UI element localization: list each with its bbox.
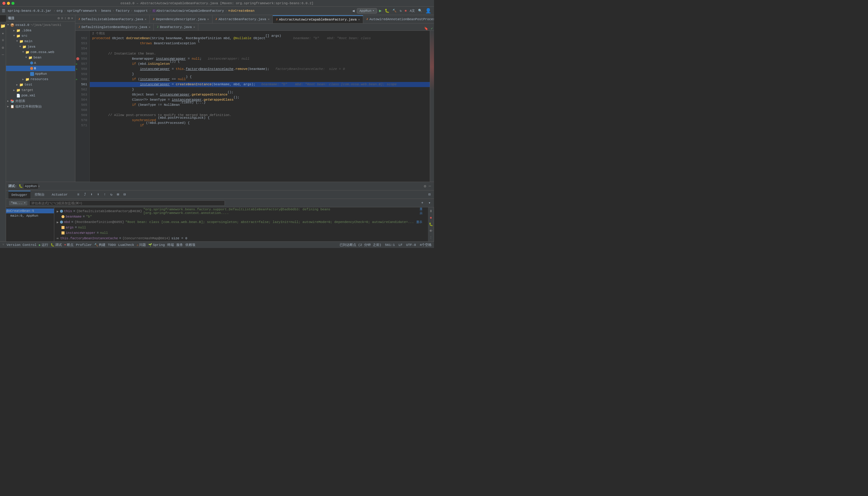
tree-item-A[interactable]: A bbox=[6, 60, 75, 66]
watch-input[interactable] bbox=[29, 200, 224, 206]
tab-close-dependency[interactable]: ✕ bbox=[207, 17, 209, 21]
tab2-close-defaultsingleton[interactable]: ✕ bbox=[149, 25, 150, 29]
var-expand-this[interactable]: ▶ bbox=[57, 210, 59, 213]
tree-item-src[interactable]: ▼ 📁 src bbox=[6, 33, 75, 38]
var-show-this[interactable]: 显示 bbox=[420, 207, 425, 215]
debug-run-icon[interactable]: 🐛 bbox=[384, 9, 390, 13]
code-line-558[interactable]: instanceWrapper = this.factoryBeanInstan… bbox=[90, 66, 430, 72]
status-luacheck[interactable]: LuaCheck bbox=[118, 243, 134, 247]
stop-icon[interactable]: ■ bbox=[404, 9, 408, 13]
editor-scroll-strip[interactable] bbox=[430, 31, 434, 182]
build-icon[interactable]: 🔨 bbox=[391, 9, 398, 13]
code-line-564[interactable]: Class<?> beanType = instanceWrapper.getW… bbox=[90, 97, 430, 103]
debug-step-up-icon[interactable]: ⬆ bbox=[95, 192, 101, 197]
code-line-553[interactable]: throws BeanCreationException { bbox=[90, 41, 430, 46]
tree-root[interactable]: ▼ 📦 ossa3.0 ~/java/java/secki bbox=[6, 22, 75, 28]
debug-apprun-close[interactable]: ✕ bbox=[38, 184, 40, 188]
debug-tab-console[interactable]: 控制台 bbox=[32, 191, 48, 199]
tree-item-external[interactable]: ▶ 📚 外部库 bbox=[6, 98, 75, 104]
status-todo[interactable]: TODO bbox=[108, 243, 116, 247]
reload-icon[interactable]: ↻ bbox=[399, 9, 403, 13]
tab-close-abstractbean[interactable]: ✕ bbox=[268, 17, 269, 21]
sidebar-config-icon[interactable]: ⚙ bbox=[58, 16, 60, 20]
var-row-this[interactable]: ▶ this = {DefaultListableBeanFactory@463… bbox=[57, 208, 425, 214]
tree-item-com[interactable]: ▼ 📁 com.ossa.web bbox=[6, 49, 75, 55]
tab2-defaultsingleton[interactable]: J DefaultSingletonBeanRegistry.java ✕ bbox=[75, 24, 154, 30]
tab-dependency[interactable]: J DependencyDescriptor.java ✕ bbox=[150, 15, 212, 23]
code-line-555[interactable]: // Instantiate the bean. bbox=[90, 51, 430, 56]
tab-close-defaultlistable[interactable]: ✕ bbox=[145, 17, 146, 21]
breadcrumb-springframework[interactable]: springframework bbox=[67, 9, 97, 13]
status-lf[interactable]: LF bbox=[399, 243, 402, 247]
tab-abstractautowire[interactable]: J AbstractAutowireCapableBeanFactory.jav… bbox=[273, 15, 363, 23]
debug-step-down-icon[interactable]: ⬇ bbox=[89, 192, 94, 197]
status-spring[interactable]: 🌱 Spring bbox=[148, 243, 165, 247]
code-line-559[interactable]: } bbox=[90, 72, 430, 77]
var-row-args[interactable]: args = null bbox=[57, 225, 425, 230]
apprun-button[interactable]: AppRun ▾ bbox=[357, 8, 377, 14]
tab2-beanfactory[interactable]: J BeanFactory.java ✕ bbox=[154, 24, 198, 30]
code-line-570[interactable]: synchronized (mbd.postProcessingLock) { bbox=[90, 118, 430, 123]
watch-add-icon[interactable]: + bbox=[420, 200, 425, 206]
collapse-icon[interactable]: — bbox=[0, 52, 6, 58]
checkmark-icon[interactable]: ✓ bbox=[430, 27, 434, 30]
breadcrumb-support[interactable]: support bbox=[134, 9, 148, 13]
tree-item-resources[interactable]: ▶ 📁 resources bbox=[6, 77, 75, 82]
bookmark-icon[interactable]: ★ bbox=[0, 30, 6, 36]
code-line-552[interactable]: protected Object doCreateBean(String bea… bbox=[90, 36, 430, 41]
tree-item-target[interactable]: ▶ 📁 target bbox=[6, 88, 75, 93]
breadcrumb-beans[interactable]: beans bbox=[101, 9, 111, 13]
sidebar-settings-icon2[interactable]: ⚙ bbox=[68, 16, 70, 20]
debug-table-icon[interactable]: ⊞ bbox=[115, 192, 121, 197]
var-row-instanceWrapper[interactable]: instanceWrapper = null bbox=[57, 230, 425, 236]
tree-item-java[interactable]: ▼ 📁 java bbox=[6, 44, 75, 49]
breadcrumb-factory[interactable]: factory bbox=[116, 9, 129, 13]
minimize-button[interactable] bbox=[7, 2, 10, 5]
status-terminal[interactable]: 终端 bbox=[167, 243, 174, 247]
tab-defaultlistable[interactable]: J DefaultListableBeanFactory.java ✕ bbox=[75, 15, 150, 23]
debug-layout-icon[interactable]: ⊡ bbox=[427, 192, 432, 197]
tree-item-pom[interactable]: ▶ 📄 pom.xml bbox=[6, 93, 75, 98]
var-show-mbd[interactable]: 显示 bbox=[416, 220, 422, 224]
search-icon[interactable]: 🔍 bbox=[417, 9, 423, 13]
breadcrumb-method[interactable]: m doCreateBean bbox=[229, 9, 255, 13]
status-deps[interactable]: 依赖项 bbox=[185, 243, 195, 247]
debug-apprun-label[interactable]: AppRun bbox=[24, 184, 38, 189]
code-line-565[interactable]: if (beanType != NullBean.class) {...} bbox=[90, 103, 430, 108]
project-label[interactable]: spring-beans-6.0.2.jar bbox=[6, 9, 52, 13]
code-line-568[interactable] bbox=[90, 108, 430, 113]
debug-settings-icon[interactable]: ⚙ bbox=[422, 184, 428, 189]
status-debug[interactable]: 🐛 调试 bbox=[51, 243, 62, 247]
code-editor[interactable]: 552 553 554 555 556 ▶557 ▶558 559 bbox=[75, 31, 434, 182]
sidebar-close-icon[interactable]: ✕ bbox=[71, 16, 73, 20]
debug-tab-actuator[interactable]: Actuator bbox=[49, 191, 71, 199]
sidebar-sort-icon[interactable]: ↕ bbox=[64, 16, 66, 20]
window-controls[interactable] bbox=[2, 2, 14, 5]
breadcrumb-class[interactable]: C AbstractAutowireCapableBeanFactory bbox=[152, 9, 224, 13]
breadcrumb-org[interactable]: org bbox=[57, 9, 63, 13]
status-run[interactable]: ▶ 运行 bbox=[39, 243, 48, 247]
code-line-556[interactable]: BeanWrapper instanceWrapper = null; inst… bbox=[90, 56, 430, 61]
structure-icon[interactable]: ≡ bbox=[0, 37, 6, 43]
status-build[interactable]: 🔨 构建 bbox=[94, 243, 106, 247]
tree-item-main[interactable]: ▼ 📁 main bbox=[6, 38, 75, 44]
tab-abstractbean[interactable]: J AbstractBeanFactory.java ✕ bbox=[213, 15, 273, 23]
apprun-dropdown-icon[interactable]: ▾ bbox=[373, 9, 374, 12]
debug-tab-debugger[interactable]: Debugger bbox=[9, 191, 30, 199]
close-button[interactable] bbox=[2, 2, 5, 5]
debug-step-out-icon[interactable]: ↑ bbox=[102, 192, 108, 197]
watch-ma-filter[interactable]: "ma... ▾ bbox=[9, 201, 28, 205]
tree-item-AppRun[interactable]: AppRun bbox=[6, 71, 75, 77]
tree-item-B[interactable]: B bbox=[6, 66, 75, 71]
tab-close-abstractautowire[interactable]: ✕ bbox=[358, 18, 360, 21]
code-line-563[interactable]: Object bean = instanceWrapper.getWrapped… bbox=[90, 92, 430, 97]
breakpoint-556[interactable] bbox=[76, 57, 79, 60]
bookmark-editor-icon[interactable]: 🔖 bbox=[423, 27, 430, 30]
project-icon[interactable]: 📁 bbox=[0, 23, 6, 29]
status-profiler[interactable]: Profiler bbox=[76, 243, 92, 247]
debug-minimize-icon[interactable]: — bbox=[428, 184, 432, 188]
var-expand-mbd[interactable]: ▶ bbox=[57, 220, 59, 224]
sidebar-toggle-icon[interactable]: ☰ bbox=[2, 9, 5, 13]
debug-columns-icon[interactable]: ⊟ bbox=[122, 192, 127, 197]
watch-filter-dropdown[interactable]: ▾ bbox=[24, 201, 26, 205]
